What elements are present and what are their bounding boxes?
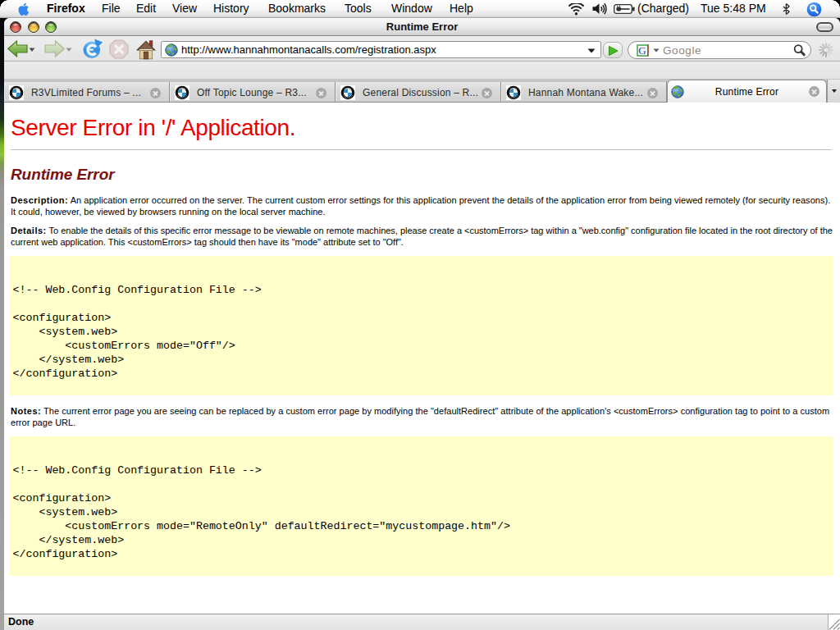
svg-text:G: G (638, 44, 646, 57)
